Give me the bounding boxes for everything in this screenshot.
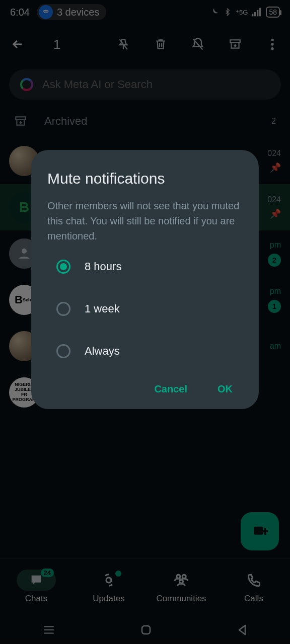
mute-dialog: Mute notifications Other members will no… (31, 150, 259, 409)
radio-icon (56, 302, 70, 316)
cancel-button[interactable]: Cancel (154, 383, 187, 395)
dialog-body: Other members will not see that you mute… (47, 198, 243, 244)
radio-option-1week[interactable]: 1 week (56, 302, 243, 316)
radio-option-always[interactable]: Always (56, 344, 243, 358)
dialog-title: Mute notifications (47, 170, 243, 187)
radio-option-8hours[interactable]: 8 hours (56, 260, 243, 274)
ok-button[interactable]: OK (218, 383, 233, 395)
radio-icon (56, 260, 70, 274)
radio-icon (56, 344, 70, 358)
